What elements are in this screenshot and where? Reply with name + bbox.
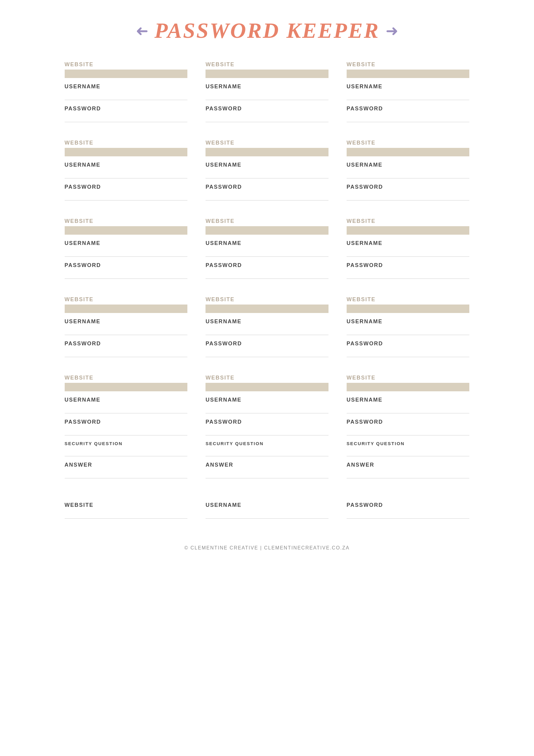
password-line-1-1 <box>65 114 188 122</box>
entry-2-3: WEBSITE USERNAME PASSWORD <box>347 140 470 206</box>
website-label-5-2: WEBSITE <box>206 375 328 381</box>
entries-grid-row1: WEBSITE USERNAME PASSWORD WEBSITE USERNA… <box>65 61 470 140</box>
left-icon: ➜ <box>136 22 148 40</box>
username-label-2-3: USERNAME <box>347 162 470 168</box>
password-label-3-3: PASSWORD <box>347 262 470 269</box>
right-icon: ➜ <box>386 22 398 40</box>
last-password-col: PASSWORD <box>347 502 470 524</box>
password-label-2-3: PASSWORD <box>347 184 470 190</box>
username-label-1-1: USERNAME <box>65 83 188 90</box>
entry-3-1: WEBSITE USERNAME PASSWORD <box>65 218 188 284</box>
username-line-2-2 <box>206 170 328 178</box>
password-label-5-1: PASSWORD <box>65 419 188 425</box>
entry-5-2: WEBSITE USERNAME PASSWORD SECURITY QUEST… <box>206 375 328 484</box>
entries-grid-row3: WEBSITE USERNAME PASSWORD WEBSITE USERNA… <box>65 218 470 296</box>
password-line-3-3 <box>347 270 470 279</box>
website-label-4-2: WEBSITE <box>206 296 328 303</box>
username-line-3-3 <box>347 248 470 257</box>
entry-1-1: WEBSITE USERNAME PASSWORD <box>65 61 188 128</box>
page-title: PASSWORD KEEPER <box>154 18 380 43</box>
password-line-4-2 <box>206 349 328 357</box>
username-line-4-2 <box>206 327 328 335</box>
website-label-3-1: WEBSITE <box>65 218 188 224</box>
password-line-2-2 <box>206 192 328 201</box>
password-label-2-1: PASSWORD <box>65 184 188 190</box>
username-line-5-2 <box>206 405 328 413</box>
password-line-1-3 <box>347 114 470 122</box>
password-line-1-2 <box>206 114 328 122</box>
website-label-2-2: WEBSITE <box>206 140 328 146</box>
username-label-1-2: USERNAME <box>206 83 328 90</box>
username-line-3-2 <box>206 248 328 257</box>
entry-2-1: WEBSITE USERNAME PASSWORD <box>65 140 188 206</box>
username-label-2-1: USERNAME <box>65 162 188 168</box>
password-label-4-1: PASSWORD <box>65 340 188 347</box>
security-line-5-2 <box>206 448 328 456</box>
username-label-4-3: USERNAME <box>347 318 470 325</box>
answer-line-5-3 <box>347 470 470 478</box>
entry-1-2: WEBSITE USERNAME PASSWORD <box>206 61 328 128</box>
password-label-3-1: PASSWORD <box>65 262 188 269</box>
website-label-4-3: WEBSITE <box>347 296 470 303</box>
last-username-line <box>206 510 328 519</box>
website-bar-2-1 <box>65 148 188 156</box>
website-bar-3-1 <box>65 226 188 235</box>
password-line-2-1 <box>65 192 188 201</box>
username-label-3-3: USERNAME <box>347 240 470 246</box>
entries-last-row: WEBSITE USERNAME PASSWORD <box>65 502 470 527</box>
username-line-5-1 <box>65 405 188 413</box>
website-bar-5-2 <box>206 383 328 391</box>
entry-5-1: WEBSITE USERNAME PASSWORD SECURITY QUEST… <box>65 375 188 484</box>
entry-2-2: WEBSITE USERNAME PASSWORD <box>206 140 328 206</box>
username-line-5-3 <box>347 405 470 413</box>
last-password-label: PASSWORD <box>347 502 470 508</box>
entry-1-3: WEBSITE USERNAME PASSWORD <box>347 61 470 128</box>
website-bar-1-3 <box>347 69 470 78</box>
security-label-5-1: SECURITY QUESTION <box>65 441 188 446</box>
answer-label-5-2: ANSWER <box>206 462 328 468</box>
password-label-1-3: PASSWORD <box>347 106 470 112</box>
website-label-4-1: WEBSITE <box>65 296 188 303</box>
answer-line-5-1 <box>65 470 188 478</box>
website-bar-1-2 <box>206 69 328 78</box>
password-label-5-3: PASSWORD <box>347 419 470 425</box>
username-label-5-1: USERNAME <box>65 397 188 403</box>
username-label-3-1: USERNAME <box>65 240 188 246</box>
entries-grid-row4: WEBSITE USERNAME PASSWORD WEBSITE USERNA… <box>65 296 470 375</box>
answer-label-5-3: ANSWER <box>347 462 470 468</box>
username-label-4-1: USERNAME <box>65 318 188 325</box>
username-label-5-3: USERNAME <box>347 397 470 403</box>
website-label-1-1: WEBSITE <box>65 61 188 68</box>
website-bar-5-3 <box>347 383 470 391</box>
password-label-4-2: PASSWORD <box>206 340 328 347</box>
entry-4-3: WEBSITE USERNAME PASSWORD <box>347 296 470 363</box>
password-label-2-2: PASSWORD <box>206 184 328 190</box>
website-label-3-2: WEBSITE <box>206 218 328 224</box>
last-username-col: USERNAME <box>206 502 328 524</box>
username-label-3-2: USERNAME <box>206 240 328 246</box>
username-line-1-1 <box>65 92 188 100</box>
username-label-4-2: USERNAME <box>206 318 328 325</box>
password-label-4-3: PASSWORD <box>347 340 470 347</box>
password-line-3-1 <box>65 270 188 279</box>
website-bar-1-1 <box>65 69 188 78</box>
entry-3-2: WEBSITE USERNAME PASSWORD <box>206 218 328 284</box>
website-label-2-3: WEBSITE <box>347 140 470 146</box>
last-website-col: WEBSITE <box>65 502 188 524</box>
password-line-3-2 <box>206 270 328 279</box>
username-line-2-1 <box>65 170 188 178</box>
security-line-5-1 <box>65 448 188 456</box>
website-bar-4-3 <box>347 305 470 313</box>
website-label-3-3: WEBSITE <box>347 218 470 224</box>
username-label-1-3: USERNAME <box>347 83 470 90</box>
security-line-5-3 <box>347 448 470 456</box>
website-bar-3-2 <box>206 226 328 235</box>
password-line-5-1 <box>65 427 188 435</box>
username-line-2-3 <box>347 170 470 178</box>
entries-grid-row5: WEBSITE USERNAME PASSWORD SECURITY QUEST… <box>65 375 470 496</box>
website-bar-2-2 <box>206 148 328 156</box>
website-bar-3-3 <box>347 226 470 235</box>
last-username-label: USERNAME <box>206 502 328 508</box>
website-label-1-2: WEBSITE <box>206 61 328 68</box>
answer-line-5-2 <box>206 470 328 478</box>
